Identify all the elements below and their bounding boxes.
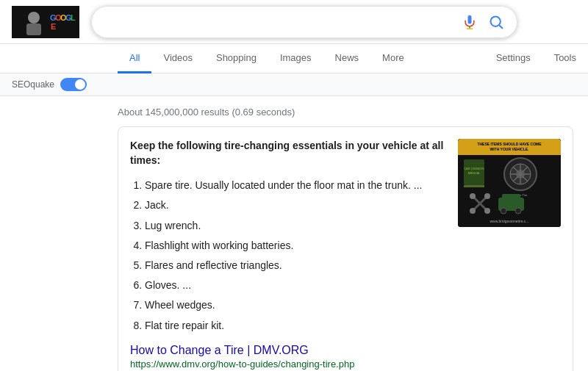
search-button-icon[interactable] [487,13,505,31]
tire-illustration: THESE ITEMS SHOULD HAVE COME WITH YOUR V… [458,139,561,227]
nav-tabs: All Videos Shopping Images News More Set… [0,44,588,73]
svg-point-38 [515,208,521,214]
google-logo[interactable]: G O O G L E [12,6,79,38]
svg-point-1 [28,12,40,24]
svg-line-12 [499,25,502,28]
svg-point-34 [484,208,490,214]
seoquake-bar: SEOquake [0,73,588,96]
tab-videos[interactable]: Videos [151,44,204,73]
seoquake-label: SEOquake [12,79,54,90]
svg-text:MANUAL: MANUAL [468,171,481,175]
snippet-image-inner: THESE ITEMS SHOULD HAVE COME WITH YOUR V… [458,139,561,227]
svg-text:L: L [71,13,76,22]
list-item: Spare tire. Usually located under the fl… [145,176,446,195]
svg-point-31 [470,193,476,199]
tab-settings[interactable]: Settings [484,44,542,73]
snippet-list: Spare tire. Usually located under the fl… [130,176,446,335]
results-count: About 145,000,000 results (0.69 seconds) [118,102,576,126]
svg-rect-36 [502,194,520,201]
mic-icon[interactable] [461,13,478,31]
header: G O O G L E how do you change a tire [0,0,588,44]
svg-text:www.bridgestonetire.c...: www.bridgestonetire.c... [490,219,528,223]
result-url: https://www.dmv.org/how-to-guides/changi… [130,359,446,370]
svg-text:CAR OWNERS: CAR OWNERS [464,167,484,170]
search-bar[interactable]: how do you change a tire [91,6,517,38]
list-item: Lug wrench. [145,217,446,235]
list-item: Flashlight with working batteries. [145,237,446,255]
svg-point-37 [501,208,506,214]
list-item: Jack. [145,196,446,215]
tab-news[interactable]: News [323,44,371,73]
svg-rect-2 [26,24,41,35]
svg-rect-0 [12,6,79,38]
svg-text:E: E [51,22,56,31]
svg-text:WITH YOUR VEHICLE.: WITH YOUR VEHICLE. [490,147,530,151]
logo-image: G O O G L E [12,6,79,38]
tab-all[interactable]: All [118,44,151,73]
result-title-link[interactable]: How to Change a Tire | DMV.ORG [130,344,309,356]
svg-point-32 [484,193,490,199]
list-item: Gloves. ... [145,276,446,295]
snippet-content: Keep the following tire-changing essenti… [130,139,561,370]
featured-snippet: Keep the following tire-changing essenti… [118,126,573,371]
seoquake-toggle[interactable] [60,78,87,91]
list-item: Wheel wedges. [145,296,446,314]
snippet-link: How to Change a Tire | DMV.ORG https://w… [130,344,446,370]
results-area: About 145,000,000 results (0.69 seconds)… [0,96,588,371]
search-icons [461,13,505,31]
tab-shopping[interactable]: Shopping [204,44,268,73]
nav-right: Settings Tools [484,44,588,73]
svg-point-33 [470,208,476,214]
list-item: Flares and reflective triangles. [145,256,446,275]
snippet-text: Keep the following tire-changing essenti… [130,139,446,370]
snippet-heading: Keep the following tire-changing essenti… [130,139,446,168]
svg-text:THESE ITEMS SHOULD HAVE COME: THESE ITEMS SHOULD HAVE COME [477,142,542,146]
svg-rect-20 [464,185,484,187]
tab-images[interactable]: Images [268,44,323,73]
snippet-image[interactable]: THESE ITEMS SHOULD HAVE COME WITH YOUR V… [458,139,561,227]
tab-tools[interactable]: Tools [542,44,588,73]
tab-more[interactable]: More [370,44,416,73]
list-item: Flat tire repair kit. [145,317,446,335]
nav-left: All Videos Shopping Images News More [118,44,484,73]
search-input[interactable]: how do you change a tire [104,15,461,29]
